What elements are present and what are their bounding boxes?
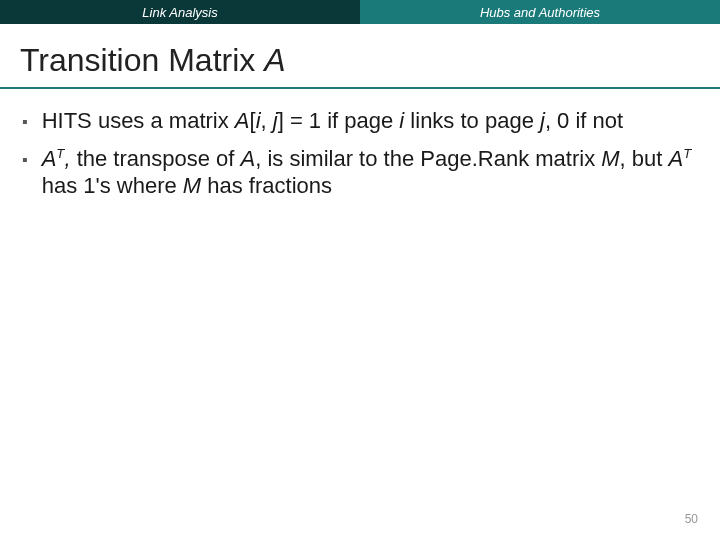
slide-header: Link Analysis Hubs and Authorities [0,0,720,24]
title-variable: A [264,42,285,78]
bullet-text: HITS uses a matrix A[i, j] = 1 if page i… [42,107,692,135]
header-right-text: Hubs and Authorities [480,5,600,20]
slide-content: ▪ HITS uses a matrix A[i, j] = 1 if page… [0,89,720,200]
bullet-marker-icon: ▪ [22,107,28,135]
bullet-item: ▪ HITS uses a matrix A[i, j] = 1 if page… [40,107,692,135]
bullet-marker-icon: ▪ [22,145,28,200]
header-right-section: Hubs and Authorities [360,0,720,24]
bullet-item: ▪ AT, the transpose of A, is similar to … [40,145,692,200]
bullet-text: AT, the transpose of A, is similar to th… [42,145,692,200]
header-left-section: Link Analysis [0,0,360,24]
title-prefix: Transition Matrix [20,42,264,78]
page-number: 50 [685,512,698,526]
slide-title: Transition Matrix A [0,24,720,87]
header-left-text: Link Analysis [142,5,217,20]
